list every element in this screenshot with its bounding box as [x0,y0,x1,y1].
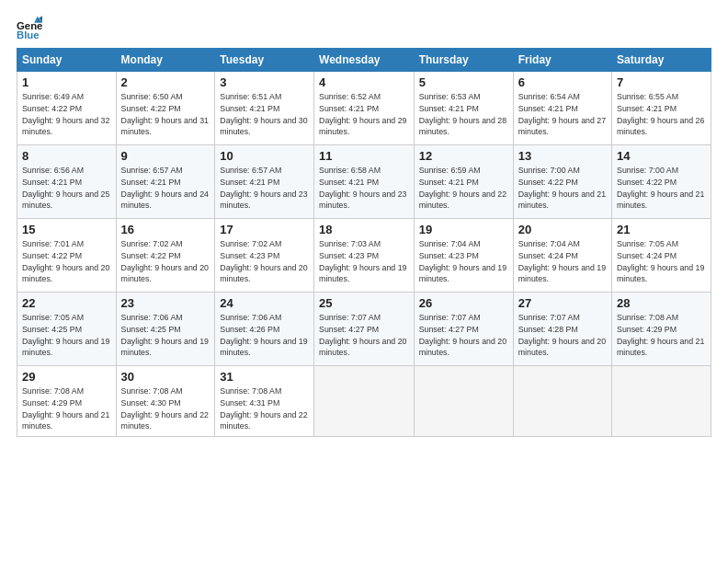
weekday-header-saturday: Saturday [612,49,711,72]
weekday-header-monday: Monday [116,49,215,72]
calendar-cell: 28 Sunrise: 7:08 AM Sunset: 4:29 PM Dayl… [612,293,711,366]
day-number: 30 [121,370,210,384]
day-number: 26 [419,296,508,310]
calendar-cell: 6 Sunrise: 6:54 AM Sunset: 4:21 PM Dayli… [513,72,611,145]
day-info: Sunrise: 7:06 AM Sunset: 4:26 PM Dayligh… [220,313,307,357]
calendar-cell [612,366,711,437]
day-number: 20 [518,223,607,236]
day-number: 25 [319,296,409,310]
day-number: 29 [22,370,111,384]
calendar-cell: 13 Sunrise: 7:00 AM Sunset: 4:22 PM Dayl… [513,145,611,219]
calendar-cell: 1 Sunrise: 6:49 AM Sunset: 4:22 PM Dayli… [17,72,117,145]
day-info: Sunrise: 7:08 AM Sunset: 4:31 PM Dayligh… [220,386,307,431]
day-info: Sunrise: 7:00 AM Sunset: 4:22 PM Dayligh… [617,166,704,210]
day-info: Sunrise: 7:07 AM Sunset: 4:28 PM Dayligh… [518,313,606,357]
day-info: Sunrise: 7:02 AM Sunset: 4:22 PM Dayligh… [121,239,209,283]
day-number: 22 [22,296,111,310]
day-info: Sunrise: 6:58 AM Sunset: 4:21 PM Dayligh… [319,166,406,210]
day-info: Sunrise: 7:04 AM Sunset: 4:23 PM Dayligh… [419,239,506,283]
calendar-cell: 23 Sunrise: 7:06 AM Sunset: 4:25 PM Dayl… [116,293,215,366]
calendar-cell: 12 Sunrise: 6:59 AM Sunset: 4:21 PM Dayl… [414,145,513,219]
day-number: 24 [220,296,309,310]
calendar-cell: 25 Sunrise: 7:07 AM Sunset: 4:27 PM Dayl… [314,293,415,366]
day-number: 16 [121,223,210,236]
calendar-cell: 10 Sunrise: 6:57 AM Sunset: 4:21 PM Dayl… [215,145,314,219]
calendar-cell: 15 Sunrise: 7:01 AM Sunset: 4:22 PM Dayl… [17,219,117,293]
day-info: Sunrise: 7:00 AM Sunset: 4:22 PM Dayligh… [518,166,606,210]
day-number: 31 [220,370,309,384]
day-info: Sunrise: 7:05 AM Sunset: 4:25 PM Dayligh… [22,313,109,357]
calendar-cell: 19 Sunrise: 7:04 AM Sunset: 4:23 PM Dayl… [414,219,513,293]
day-info: Sunrise: 7:07 AM Sunset: 4:27 PM Dayligh… [319,313,406,357]
day-number: 5 [419,75,508,89]
calendar-cell: 4 Sunrise: 6:52 AM Sunset: 4:21 PM Dayli… [314,72,415,145]
day-info: Sunrise: 6:54 AM Sunset: 4:21 PM Dayligh… [518,92,606,136]
day-number: 7 [617,75,706,89]
weekday-header-wednesday: Wednesday [314,49,415,72]
day-number: 4 [319,75,409,89]
weekday-header-friday: Friday [513,49,611,72]
calendar-cell: 16 Sunrise: 7:02 AM Sunset: 4:22 PM Dayl… [116,219,215,293]
day-info: Sunrise: 7:07 AM Sunset: 4:27 PM Dayligh… [419,313,506,357]
day-number: 12 [419,149,508,163]
day-number: 23 [121,296,210,310]
day-number: 3 [220,75,309,89]
day-info: Sunrise: 6:56 AM Sunset: 4:21 PM Dayligh… [22,166,109,210]
day-info: Sunrise: 6:59 AM Sunset: 4:21 PM Dayligh… [419,166,506,210]
day-info: Sunrise: 7:01 AM Sunset: 4:22 PM Dayligh… [22,239,109,283]
logo-icon: General Blue [17,15,42,40]
day-number: 19 [419,223,508,236]
day-info: Sunrise: 7:08 AM Sunset: 4:29 PM Dayligh… [22,386,109,431]
calendar-cell: 29 Sunrise: 7:08 AM Sunset: 4:29 PM Dayl… [17,366,117,437]
day-info: Sunrise: 6:50 AM Sunset: 4:22 PM Dayligh… [121,92,209,136]
calendar-cell: 31 Sunrise: 7:08 AM Sunset: 4:31 PM Dayl… [215,366,314,437]
day-info: Sunrise: 6:57 AM Sunset: 4:21 PM Dayligh… [220,166,307,210]
calendar-cell [414,366,513,437]
calendar-cell: 17 Sunrise: 7:02 AM Sunset: 4:23 PM Dayl… [215,219,314,293]
calendar: SundayMondayTuesdayWednesdayThursdayFrid… [17,48,711,437]
calendar-cell: 27 Sunrise: 7:07 AM Sunset: 4:28 PM Dayl… [513,293,611,366]
weekday-header-tuesday: Tuesday [215,49,314,72]
day-number: 28 [617,296,706,310]
day-number: 13 [518,149,607,163]
day-info: Sunrise: 6:53 AM Sunset: 4:21 PM Dayligh… [419,92,506,136]
calendar-cell: 5 Sunrise: 6:53 AM Sunset: 4:21 PM Dayli… [414,72,513,145]
calendar-cell [513,366,611,437]
calendar-cell: 7 Sunrise: 6:55 AM Sunset: 4:21 PM Dayli… [612,72,711,145]
day-number: 1 [22,75,111,89]
weekday-header-thursday: Thursday [414,49,513,72]
day-info: Sunrise: 6:57 AM Sunset: 4:21 PM Dayligh… [121,166,209,210]
day-number: 21 [617,223,706,236]
day-info: Sunrise: 6:49 AM Sunset: 4:22 PM Dayligh… [22,92,109,136]
calendar-cell: 9 Sunrise: 6:57 AM Sunset: 4:21 PM Dayli… [116,145,215,219]
day-info: Sunrise: 6:55 AM Sunset: 4:21 PM Dayligh… [617,92,704,136]
day-number: 27 [518,296,607,310]
svg-text:Blue: Blue [17,29,40,40]
day-number: 6 [518,75,607,89]
calendar-cell: 20 Sunrise: 7:04 AM Sunset: 4:24 PM Dayl… [513,219,611,293]
calendar-cell: 8 Sunrise: 6:56 AM Sunset: 4:21 PM Dayli… [17,145,117,219]
day-number: 9 [121,149,210,163]
day-info: Sunrise: 7:02 AM Sunset: 4:23 PM Dayligh… [220,239,307,283]
day-number: 11 [319,149,409,163]
day-info: Sunrise: 7:03 AM Sunset: 4:23 PM Dayligh… [319,239,406,283]
calendar-cell: 24 Sunrise: 7:06 AM Sunset: 4:26 PM Dayl… [215,293,314,366]
day-info: Sunrise: 7:08 AM Sunset: 4:30 PM Dayligh… [121,386,209,431]
calendar-cell: 18 Sunrise: 7:03 AM Sunset: 4:23 PM Dayl… [314,219,415,293]
calendar-cell: 3 Sunrise: 6:51 AM Sunset: 4:21 PM Dayli… [215,72,314,145]
day-number: 17 [220,223,309,236]
calendar-cell: 22 Sunrise: 7:05 AM Sunset: 4:25 PM Dayl… [17,293,117,366]
weekday-header-sunday: Sunday [17,49,117,72]
day-number: 15 [22,223,111,236]
calendar-cell: 11 Sunrise: 6:58 AM Sunset: 4:21 PM Dayl… [314,145,415,219]
day-number: 2 [121,75,210,89]
calendar-cell: 14 Sunrise: 7:00 AM Sunset: 4:22 PM Dayl… [612,145,711,219]
day-info: Sunrise: 6:52 AM Sunset: 4:21 PM Dayligh… [319,92,406,136]
day-number: 14 [617,149,706,163]
day-info: Sunrise: 7:06 AM Sunset: 4:25 PM Dayligh… [121,313,209,357]
day-number: 10 [220,149,309,163]
day-info: Sunrise: 6:51 AM Sunset: 4:21 PM Dayligh… [220,92,307,136]
day-info: Sunrise: 7:05 AM Sunset: 4:24 PM Dayligh… [617,239,704,283]
calendar-cell: 30 Sunrise: 7:08 AM Sunset: 4:30 PM Dayl… [116,366,215,437]
calendar-cell: 2 Sunrise: 6:50 AM Sunset: 4:22 PM Dayli… [116,72,215,145]
